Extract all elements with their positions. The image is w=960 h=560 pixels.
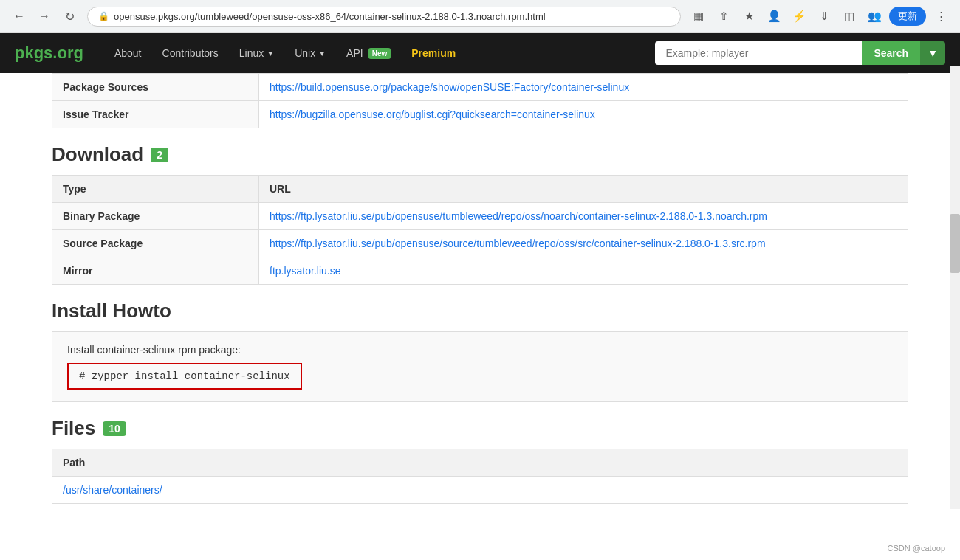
search-area: Search ▼: [655, 41, 945, 65]
back-button[interactable]: ←: [9, 6, 30, 27]
install-box: Install container-selinux rpm package: #…: [52, 331, 908, 402]
browser-chrome: ← → ↻ 🔒 opensuse.pkgs.org/tumbleweed/ope…: [0, 0, 960, 33]
user-avatar[interactable]: 👥: [864, 6, 885, 27]
issue-tracker-url: https://bugzilla.opensuse.org/buglist.cg…: [259, 101, 908, 128]
about-link[interactable]: About: [106, 35, 151, 71]
install-description: Install container-selinux rpm package:: [67, 344, 893, 356]
download-section-header: Download 2: [52, 143, 908, 166]
download-row-type: Binary Package: [52, 203, 259, 230]
search-button[interactable]: Search: [862, 41, 920, 65]
bookmark-icon[interactable]: ★: [738, 6, 759, 27]
issue-tracker-row: Issue Tracker https://bugzilla.opensuse.…: [52, 101, 908, 128]
download-row-type: Source Package: [52, 230, 259, 257]
api-link[interactable]: API New: [337, 35, 400, 71]
download-table-header-row: Type URL: [52, 176, 908, 203]
download-count-badge: 2: [151, 148, 168, 162]
scrollbar-thumb[interactable]: [950, 214, 960, 273]
unix-link[interactable]: Unix ▼: [286, 35, 335, 71]
download-row-url: ftp.lysator.liu.se: [259, 257, 908, 285]
package-info-table: Package Sources https://build.opensuse.o…: [52, 73, 908, 128]
search-dropdown-button[interactable]: ▼: [920, 41, 945, 65]
download-url-link[interactable]: https://ftp.lysator.liu.se/pub/opensuse/…: [270, 238, 766, 249]
address-bar[interactable]: 🔒 opensuse.pkgs.org/tumbleweed/opensuse-…: [87, 7, 681, 27]
site-logo[interactable]: pkgs.org: [15, 44, 83, 63]
premium-link[interactable]: Premium: [402, 35, 464, 71]
download-row-url: https://ftp.lysator.liu.se/pub/opensuse/…: [259, 203, 908, 230]
page-wrapper: Package Sources https://build.opensuse.o…: [0, 73, 960, 519]
download-table-row: Source Packagehttps://ftp.lysator.liu.se…: [52, 230, 908, 257]
files-row-path: /usr/share/containers/: [52, 477, 908, 504]
profile-icon[interactable]: 👤: [764, 6, 784, 27]
cast-icon[interactable]: ▦: [688, 6, 709, 27]
linux-link[interactable]: Linux ▼: [230, 35, 283, 71]
issue-tracker-label: Issue Tracker: [52, 101, 259, 128]
download-table-row: Mirrorftp.lysator.liu.se: [52, 257, 908, 285]
files-title: Files: [52, 417, 95, 440]
download-col-type: Type: [52, 176, 259, 203]
logo-dot: .org: [52, 44, 83, 62]
files-table: Path /usr/share/containers/: [52, 449, 908, 504]
files-count-badge: 10: [103, 421, 126, 436]
download-row-type: Mirror: [52, 257, 259, 285]
url-text: opensuse.pkgs.org/tumbleweed/opensuse-os…: [114, 11, 546, 22]
extensions-icon[interactable]: ⚡: [789, 6, 809, 27]
files-col-path: Path: [52, 449, 908, 477]
download-col-url: URL: [259, 176, 908, 203]
logo-text: pkgs.org: [15, 44, 83, 62]
install-howto-title: Install Howto: [52, 300, 171, 322]
search-input[interactable]: [655, 41, 862, 65]
update-button[interactable]: 更新: [889, 7, 926, 26]
install-command[interactable]: # zypper install container-selinux: [67, 363, 302, 390]
api-new-badge: New: [368, 48, 391, 59]
download-url-link[interactable]: https://ftp.lysator.liu.se/pub/opensuse/…: [270, 210, 767, 222]
nav-buttons: ← → ↻: [9, 6, 80, 27]
lock-icon: 🔒: [98, 11, 109, 21]
download-manager-icon[interactable]: ⇓: [814, 6, 834, 27]
reload-button[interactable]: ↻: [59, 6, 80, 27]
linux-dropdown-arrow: ▼: [267, 49, 274, 58]
menu-icon[interactable]: ⋮: [930, 6, 951, 27]
package-sources-url: https://build.opensuse.org/package/show/…: [259, 74, 908, 101]
download-url-link[interactable]: ftp.lysator.liu.se: [270, 265, 341, 277]
files-section-header: Files 10: [52, 417, 908, 440]
download-table-row: Binary Packagehttps://ftp.lysator.liu.se…: [52, 203, 908, 230]
nav-links: About Contributors Linux ▼ Unix ▼ API Ne…: [106, 35, 641, 71]
scrollbar[interactable]: [950, 66, 960, 509]
main-content: Package Sources https://build.opensuse.o…: [37, 73, 923, 519]
site-header: pkgs.org About Contributors Linux ▼ Unix…: [0, 33, 960, 73]
browser-actions: ▦ ⇧ ★ 👤 ⚡ ⇓ ◫ 👥 更新 ⋮: [688, 6, 951, 27]
files-path-link[interactable]: /usr/share/containers/: [63, 484, 162, 496]
package-sources-row: Package Sources https://build.opensuse.o…: [52, 74, 908, 101]
split-screen-icon[interactable]: ◫: [839, 6, 860, 27]
share-icon[interactable]: ⇧: [713, 6, 734, 27]
contributors-link[interactable]: Contributors: [154, 35, 227, 71]
unix-dropdown-arrow: ▼: [318, 49, 326, 58]
download-table: Type URL Binary Packagehttps://ftp.lysat…: [52, 175, 908, 285]
package-sources-link[interactable]: https://build.opensuse.org/package/show/…: [270, 81, 629, 93]
issue-tracker-link[interactable]: https://bugzilla.opensuse.org/buglist.cg…: [270, 108, 595, 120]
download-row-url: https://ftp.lysator.liu.se/pub/opensuse/…: [259, 230, 908, 257]
install-howto-header: Install Howto: [52, 300, 908, 322]
download-title: Download: [52, 143, 143, 166]
files-header-row: Path: [52, 449, 908, 477]
forward-button[interactable]: →: [34, 6, 55, 27]
package-sources-label: Package Sources: [52, 74, 259, 101]
files-table-row: /usr/share/containers/: [52, 477, 908, 504]
